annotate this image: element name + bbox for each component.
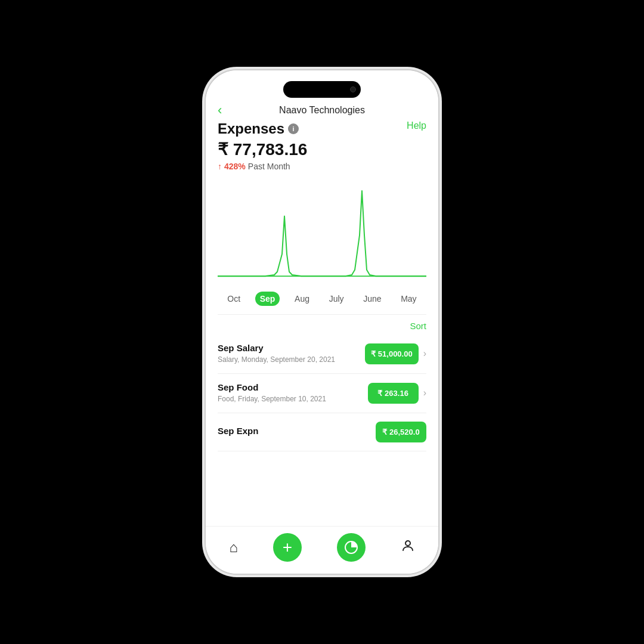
- expenses-change: ↑ 428% Past Month: [218, 162, 426, 171]
- status-bar: [206, 70, 438, 100]
- info-icon[interactable]: i: [288, 123, 299, 134]
- transaction-item: Sep Food Food, Friday, September 10, 202…: [218, 374, 426, 413]
- tab-aug[interactable]: Aug: [290, 292, 314, 306]
- phone-screen: ‹ Naavo Technologies Expenses i Help ₹ 7…: [206, 70, 438, 574]
- month-tabs: Oct Sep Aug July June May: [218, 286, 426, 315]
- back-button[interactable]: ‹: [218, 103, 222, 118]
- nav-profile[interactable]: [391, 535, 425, 560]
- tab-june[interactable]: June: [358, 292, 386, 306]
- transaction-info: Sep Expn: [218, 426, 376, 438]
- header-title: Naavo Technologies: [279, 105, 365, 116]
- transaction-info: Sep Salary Salary, Monday, September 20,…: [218, 343, 365, 365]
- change-label: Past Month: [248, 162, 290, 171]
- nav-home[interactable]: ⌂: [219, 535, 247, 559]
- chart-svg: [218, 178, 426, 286]
- transaction-detail: Food, Friday, September 10, 2021: [218, 394, 368, 404]
- change-percent: 428%: [224, 162, 246, 171]
- expenses-header-row: Expenses i Help: [218, 120, 426, 137]
- tab-may[interactable]: May: [396, 292, 421, 306]
- transaction-right: ₹ 51,000.00 ›: [365, 343, 426, 364]
- home-icon: ⌂: [229, 539, 238, 556]
- nav-pie[interactable]: [327, 530, 375, 565]
- bottom-nav: ⌂ +: [206, 526, 438, 574]
- sort-row: Sort: [218, 315, 426, 335]
- chevron-right-icon[interactable]: ›: [423, 348, 426, 359]
- nav-add[interactable]: +: [264, 530, 311, 565]
- add-icon: +: [273, 533, 302, 562]
- person-icon: [401, 538, 415, 556]
- amount-badge: ₹ 51,000.00: [365, 343, 418, 364]
- sort-button[interactable]: Sort: [410, 321, 426, 331]
- transaction-right: ₹ 263.16 ›: [368, 383, 426, 404]
- change-arrow-icon: ↑: [218, 162, 222, 171]
- pie-chart-icon: [337, 533, 366, 562]
- transaction-right: ₹ 26,520.0: [376, 422, 426, 442]
- help-button[interactable]: Help: [407, 120, 426, 131]
- amount-badge: ₹ 263.16: [368, 383, 419, 404]
- transaction-item: Sep Salary Salary, Monday, September 20,…: [218, 335, 426, 374]
- transaction-info: Sep Food Food, Friday, September 10, 202…: [218, 382, 368, 404]
- tab-july[interactable]: July: [324, 292, 349, 306]
- notch: [283, 81, 361, 98]
- transaction-name: Sep Expn: [218, 426, 376, 436]
- expenses-amount: ₹ 77,783.16: [218, 140, 426, 159]
- chevron-right-icon[interactable]: ›: [423, 388, 426, 398]
- tab-sep[interactable]: Sep: [255, 292, 280, 306]
- camera-icon: [350, 86, 356, 92]
- main-content: Expenses i Help ₹ 77,783.16 ↑ 428% Past …: [206, 120, 438, 526]
- transaction-detail: Salary, Monday, September 20, 2021: [218, 355, 365, 365]
- expenses-title: Expenses: [218, 120, 284, 137]
- phone-shell: ‹ Naavo Technologies Expenses i Help ₹ 7…: [206, 70, 438, 574]
- amount-badge: ₹ 26,520.0: [376, 422, 426, 442]
- transaction-item: Sep Expn ₹ 26,520.0: [218, 413, 426, 451]
- svg-point-2: [405, 541, 410, 546]
- transaction-name: Sep Food: [218, 382, 368, 392]
- header: ‹ Naavo Technologies: [206, 100, 438, 120]
- transaction-name: Sep Salary: [218, 343, 365, 353]
- expenses-label: Expenses i: [218, 120, 299, 137]
- tab-oct[interactable]: Oct: [222, 292, 245, 306]
- expense-chart: [218, 178, 426, 286]
